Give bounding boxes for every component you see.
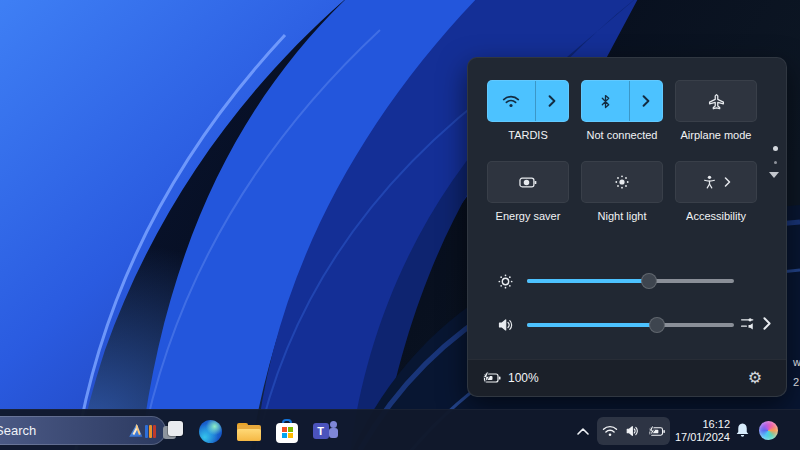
pager-dot-current[interactable] bbox=[773, 146, 778, 151]
wifi-tile-label: TARDIS bbox=[508, 129, 548, 141]
night-light-tile[interactable] bbox=[581, 161, 663, 203]
volume-row bbox=[468, 313, 786, 337]
battery-status-button[interactable]: 100% bbox=[481, 371, 539, 385]
teams-icon: T bbox=[313, 419, 338, 443]
energy-saver-tile[interactable] bbox=[487, 161, 569, 203]
edge-browser-button[interactable] bbox=[197, 418, 223, 444]
battery-charging-icon bbox=[481, 371, 502, 385]
edge-icon bbox=[199, 420, 222, 443]
pager-dot-next[interactable] bbox=[774, 161, 777, 164]
brightness-row bbox=[468, 269, 786, 293]
notifications-bell-button[interactable] bbox=[734, 422, 751, 439]
file-explorer-icon bbox=[237, 423, 261, 442]
settings-gear-button[interactable]: ⚙ bbox=[748, 370, 762, 386]
energy-saver-tile-wrap: Energy saver bbox=[487, 161, 569, 222]
quick-settings-tiles: TARDIS Not connected bbox=[487, 80, 757, 222]
tray-volume-icon bbox=[625, 424, 640, 438]
search-highlight-art-icon bbox=[128, 423, 143, 438]
desktop-text-fragment-top: w bbox=[793, 357, 800, 368]
wifi-icon bbox=[488, 81, 535, 121]
taskbar: Search bbox=[0, 409, 800, 450]
search-highlight-books-icon bbox=[145, 425, 156, 438]
wifi-expand-chevron[interactable] bbox=[536, 81, 568, 121]
brightness-slider[interactable] bbox=[527, 279, 734, 283]
search-box[interactable]: Search bbox=[0, 416, 166, 445]
night-light-icon bbox=[614, 174, 630, 190]
airplane-icon bbox=[708, 93, 725, 110]
chevron-up-icon bbox=[577, 428, 589, 435]
bell-icon bbox=[734, 422, 751, 439]
microsoft-store-button[interactable] bbox=[274, 418, 300, 444]
bluetooth-tile[interactable] bbox=[581, 80, 663, 122]
accessibility-tile-wrap: Accessibility bbox=[675, 161, 757, 222]
accessibility-expand-chevron[interactable] bbox=[724, 177, 731, 187]
volume-slider-fill bbox=[527, 323, 657, 327]
bluetooth-tile-wrap: Not connected bbox=[581, 80, 663, 141]
bluetooth-icon bbox=[582, 81, 629, 121]
task-view-button[interactable] bbox=[160, 418, 186, 444]
tray-overflow-chevron-button[interactable] bbox=[574, 422, 592, 440]
audio-output-select-button[interactable] bbox=[740, 315, 757, 332]
night-light-tile-label: Night light bbox=[598, 210, 647, 222]
energy-saver-tile-label: Energy saver bbox=[496, 210, 561, 222]
night-light-tile-wrap: Night light bbox=[581, 161, 663, 222]
file-explorer-button[interactable] bbox=[236, 418, 262, 444]
search-highlights-icon bbox=[128, 423, 156, 438]
bluetooth-tile-label: Not connected bbox=[587, 129, 658, 141]
clock-date: 17/01/2024 bbox=[655, 431, 730, 444]
airplane-tile-wrap: Airplane mode bbox=[675, 80, 757, 141]
airplane-tile-label: Airplane mode bbox=[681, 129, 752, 141]
battery-percent-label: 100% bbox=[508, 371, 539, 385]
volume-expand-chevron[interactable] bbox=[763, 317, 771, 330]
brightness-icon bbox=[497, 273, 514, 290]
accessibility-tile-label: Accessibility bbox=[686, 210, 746, 222]
quick-settings-footer: 100% ⚙ bbox=[468, 359, 786, 396]
desktop-text-fragment-bottom: 2 bbox=[793, 377, 799, 388]
microsoft-store-icon bbox=[276, 419, 298, 444]
search-box-label: Search bbox=[0, 423, 128, 438]
copilot-button[interactable] bbox=[759, 421, 778, 440]
tray-wifi-icon bbox=[602, 425, 618, 437]
quick-settings-panel: TARDIS Not connected bbox=[467, 57, 787, 397]
bluetooth-expand-chevron[interactable] bbox=[630, 81, 662, 121]
pager-scroll-down-arrow[interactable] bbox=[769, 172, 779, 178]
accessibility-tile[interactable] bbox=[675, 161, 757, 203]
wifi-tile[interactable] bbox=[487, 80, 569, 122]
airplane-mode-tile[interactable] bbox=[675, 80, 757, 122]
wifi-tile-wrap: TARDIS bbox=[487, 80, 569, 141]
brightness-slider-thumb[interactable] bbox=[641, 273, 657, 289]
clock-time: 16:12 bbox=[655, 418, 730, 431]
volume-slider-thumb[interactable] bbox=[649, 317, 665, 333]
clock-and-date[interactable]: 16:12 17/01/2024 bbox=[655, 418, 730, 444]
brightness-slider-fill bbox=[527, 279, 649, 283]
accessibility-icon bbox=[702, 174, 717, 190]
volume-icon bbox=[497, 317, 514, 333]
volume-slider[interactable] bbox=[527, 323, 734, 327]
desktop-screen: w 2 TARDIS bbox=[0, 0, 800, 450]
energy-saver-icon bbox=[518, 175, 538, 190]
teams-button[interactable]: T bbox=[312, 418, 338, 444]
